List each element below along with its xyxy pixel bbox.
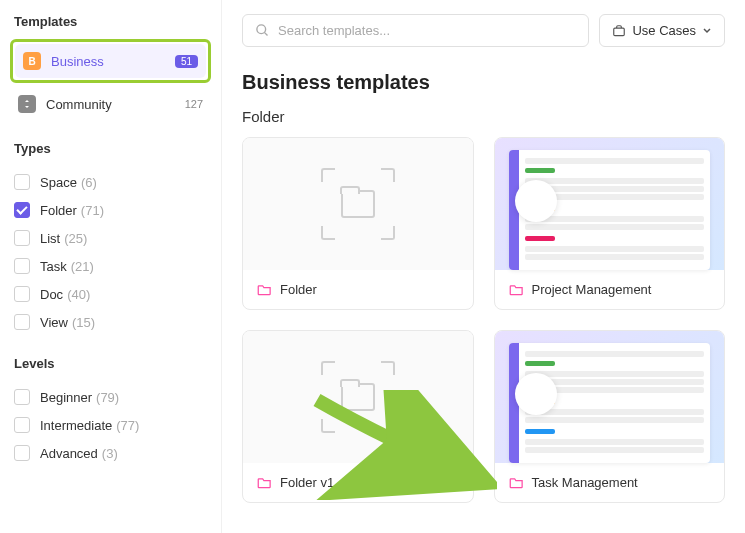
chevron-down-icon	[702, 26, 712, 36]
filter-count: (25)	[64, 231, 87, 246]
filter-label: Beginner	[40, 390, 92, 405]
filter-count: (21)	[71, 259, 94, 274]
page-title: Business templates	[242, 71, 725, 94]
checkbox-icon	[14, 258, 30, 274]
svg-rect-2	[614, 28, 625, 36]
folder-icon	[257, 476, 272, 489]
filter-label: Advanced	[40, 446, 98, 461]
filter-doc[interactable]: Doc (40)	[10, 280, 211, 308]
template-card-task-management[interactable]: Task Management	[494, 330, 726, 503]
sidebar: Templates B Business 51 Community 127 Ty…	[0, 0, 222, 533]
templates-header: Templates	[10, 14, 211, 29]
checkbox-icon	[14, 445, 30, 461]
filter-beginner[interactable]: Beginner (79)	[10, 383, 211, 411]
filter-space[interactable]: Space (6)	[10, 168, 211, 196]
template-card-project-management[interactable]: Project Management	[494, 137, 726, 310]
card-label: Project Management	[532, 282, 652, 297]
svg-line-1	[264, 32, 267, 35]
section-title: Folder	[242, 108, 725, 125]
checkbox-icon	[14, 314, 30, 330]
filter-count: (15)	[72, 315, 95, 330]
checkbox-icon	[14, 389, 30, 405]
folder-placeholder-icon	[321, 361, 395, 433]
svg-point-0	[257, 25, 266, 34]
card-preview	[243, 331, 473, 463]
card-label: Task Management	[532, 475, 638, 490]
sidebar-item-community[interactable]: Community 127	[10, 87, 211, 121]
highlight-business: B Business 51	[10, 39, 211, 83]
filter-intermediate[interactable]: Intermediate (77)	[10, 411, 211, 439]
use-cases-label: Use Cases	[632, 23, 696, 38]
filter-list[interactable]: List (25)	[10, 224, 211, 252]
top-row: Use Cases	[242, 14, 725, 47]
filter-label: Space	[40, 175, 77, 190]
card-preview	[243, 138, 473, 270]
sidebar-item-label: Community	[46, 97, 112, 112]
checkbox-icon	[14, 417, 30, 433]
sidebar-item-count: 127	[185, 98, 203, 110]
sidebar-item-count: 51	[175, 55, 198, 68]
filter-count: (77)	[116, 418, 139, 433]
filter-view[interactable]: View (15)	[10, 308, 211, 336]
filter-count: (71)	[81, 203, 104, 218]
main: Use Cases Business templates Folder Fold…	[222, 0, 745, 533]
sort-icon	[22, 99, 32, 109]
card-preview	[495, 138, 725, 270]
preview-thumbnail	[509, 150, 711, 270]
levels-header: Levels	[14, 356, 211, 371]
types-header: Types	[14, 141, 211, 156]
preview-thumbnail	[509, 343, 711, 463]
filter-advanced[interactable]: Advanced (3)	[10, 439, 211, 467]
filter-count: (40)	[67, 287, 90, 302]
checkbox-icon	[14, 230, 30, 246]
folder-icon	[509, 283, 524, 296]
folder-icon	[509, 476, 524, 489]
card-label-row: Task Management	[495, 463, 725, 502]
filter-label: List	[40, 231, 60, 246]
sidebar-item-business[interactable]: B Business 51	[15, 44, 206, 78]
cards-grid: Folder	[242, 137, 725, 503]
template-card-folder-v1[interactable]: Folder v1	[242, 330, 474, 503]
card-label-row: Folder v1	[243, 463, 473, 502]
filter-label: Folder	[40, 203, 77, 218]
filter-count: (79)	[96, 390, 119, 405]
checkbox-icon	[14, 286, 30, 302]
filter-label: Doc	[40, 287, 63, 302]
filter-label: Intermediate	[40, 418, 112, 433]
community-badge	[18, 95, 36, 113]
card-label-row: Project Management	[495, 270, 725, 309]
template-card-folder[interactable]: Folder	[242, 137, 474, 310]
search-box[interactable]	[242, 14, 589, 47]
filter-task[interactable]: Task (21)	[10, 252, 211, 280]
folder-icon	[257, 283, 272, 296]
use-cases-button[interactable]: Use Cases	[599, 14, 725, 47]
filter-count: (6)	[81, 175, 97, 190]
card-preview	[495, 331, 725, 463]
filter-folder[interactable]: Folder (71)	[10, 196, 211, 224]
card-label: Folder v1	[280, 475, 334, 490]
business-badge: B	[23, 52, 41, 70]
search-icon	[255, 23, 270, 38]
checkbox-icon	[14, 174, 30, 190]
briefcase-icon	[612, 24, 626, 38]
checkbox-checked-icon	[14, 202, 30, 218]
filter-count: (3)	[102, 446, 118, 461]
card-label-row: Folder	[243, 270, 473, 309]
sidebar-item-label: Business	[51, 54, 104, 69]
filter-label: Task	[40, 259, 67, 274]
filter-label: View	[40, 315, 68, 330]
folder-placeholder-icon	[321, 168, 395, 240]
search-input[interactable]	[278, 23, 576, 38]
card-label: Folder	[280, 282, 317, 297]
